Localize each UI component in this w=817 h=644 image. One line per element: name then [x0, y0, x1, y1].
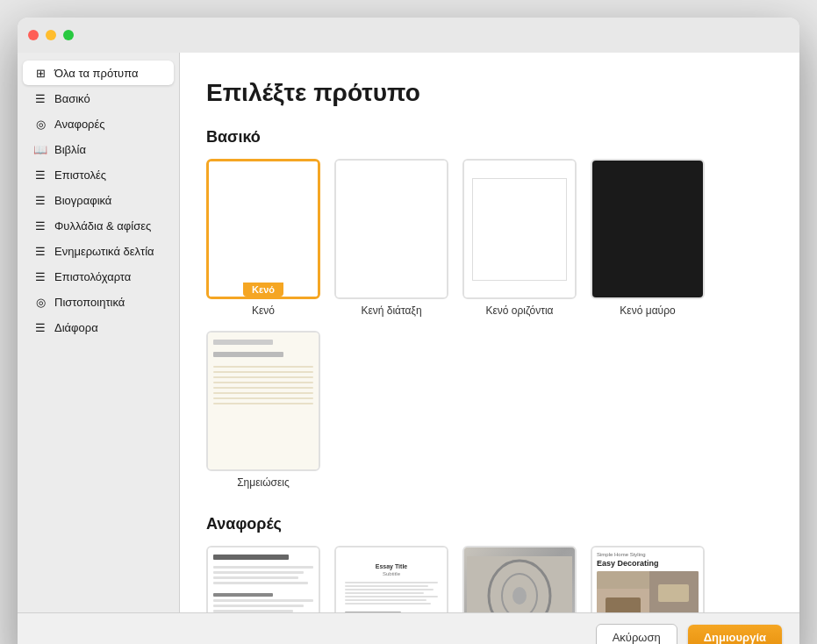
- sidebar-item-flyers[interactable]: ☰ Φυλλάδια & αφίσες: [23, 213, 174, 238]
- template-blank[interactable]: Κενό Κενό: [206, 159, 320, 317]
- sidebar-item-cv[interactable]: ☰ Βιογραφικά: [23, 188, 174, 212]
- sr-l8: [213, 610, 293, 612]
- template-modern-report[interactable]: Simple Home Styling Easy Decorating: [591, 546, 705, 612]
- create-button[interactable]: Δημιουργία: [688, 625, 782, 644]
- sidebar-item-newsletters-label: Ενημερωτικά δελτία: [54, 245, 154, 258]
- template-thumb-essay[interactable]: Essay Title Subtitle: [334, 546, 448, 612]
- sr-l4: [213, 582, 308, 584]
- simple-report-preview: [208, 547, 319, 612]
- sidebar-item-reports-label: Αναφορές: [54, 118, 105, 131]
- book-icon: 📖: [33, 142, 47, 156]
- title-bar: [18, 18, 799, 53]
- sidebar-item-letters-label: Επιστολές: [54, 168, 106, 182]
- notes-line-5: [213, 387, 313, 389]
- letter-icon: ☰: [33, 168, 47, 182]
- svg-point-3: [512, 587, 527, 605]
- app-window: ⊞ Όλα τα πρότυπα ☰ Βασικό ◎ Αναφορές 📖 Β…: [18, 18, 799, 644]
- basic-template-grid: Κενό Κενό Κενή διάταξη: [206, 159, 773, 489]
- sidebar-item-stationery[interactable]: ☰ Επιστολόχαρτα: [23, 264, 174, 289]
- sr-l3: [213, 576, 298, 579]
- minimize-button[interactable]: [46, 30, 56, 40]
- notes-line-7: [213, 397, 313, 399]
- notes-line-4: [213, 382, 313, 383]
- template-blank-label: Κενό: [252, 304, 275, 317]
- misc-icon: ☰: [33, 320, 47, 334]
- main-area: Επιλέξτε πρότυπο Βασικό Κενό Κενό: [180, 53, 799, 612]
- template-essay[interactable]: Essay Title Subtitle: [334, 546, 448, 612]
- template-thumb-blank-landscape[interactable]: [462, 159, 577, 299]
- template-notes-label: Σημειώσεις: [237, 476, 290, 489]
- template-thumb-minimal-report[interactable]: ORGANIC FORMSIN ARCHITECTURE: [462, 546, 577, 612]
- sidebar-item-letters[interactable]: ☰ Επιστολές: [23, 162, 174, 187]
- template-thumb-modern-report[interactable]: Simple Home Styling Easy Decorating: [591, 546, 705, 612]
- sidebar: ⊞ Όλα τα πρότυπα ☰ Βασικό ◎ Αναφορές 📖 Β…: [18, 53, 180, 612]
- sidebar-item-certificates[interactable]: ◎ Πιστοποιητικά: [23, 290, 174, 314]
- essay-title: Essay Title: [376, 563, 407, 569]
- notes-line-1: [213, 366, 313, 368]
- sr-l7: [213, 605, 304, 607]
- landscape-preview: [464, 161, 575, 297]
- flyers-icon: ☰: [33, 218, 47, 233]
- template-black[interactable]: Κενό μαύρο: [591, 159, 705, 317]
- cert-icon: ◎: [33, 295, 47, 309]
- newsletter-icon: ☰: [33, 244, 47, 258]
- sr-l5: [213, 593, 273, 597]
- deco-svg: [597, 571, 699, 612]
- sidebar-item-books-label: Βιβλία: [54, 143, 86, 156]
- notes-header-line: [213, 352, 283, 357]
- template-minimal-report[interactable]: ORGANIC FORMSIN ARCHITECTURE Μινιμαλιστι…: [462, 546, 577, 612]
- cancel-button[interactable]: Ακύρωση: [596, 624, 677, 644]
- template-black-label: Κενό μαύρο: [620, 304, 675, 317]
- sidebar-item-all[interactable]: ⊞ Όλα τα πρότυπα: [23, 61, 174, 85]
- template-blank-landscape-label: Κενό οριζόντια: [485, 304, 553, 317]
- template-notes[interactable]: Σημειώσεις: [206, 331, 320, 489]
- page-title: Επιλέξτε πρότυπο: [206, 79, 773, 107]
- sidebar-item-misc-label: Διάφορα: [54, 321, 98, 334]
- landscape-inner: [472, 178, 566, 281]
- notes-line-2: [213, 371, 313, 373]
- cv-icon: ☰: [33, 193, 47, 207]
- notes-line-3: [213, 376, 313, 378]
- template-thumb-simple-report[interactable]: [206, 546, 320, 612]
- template-thumb-blank[interactable]: Κενό: [206, 159, 320, 299]
- sr-l1: [213, 566, 313, 569]
- sidebar-item-all-label: Όλα τα πρότυπα: [54, 67, 139, 80]
- template-thumb-blank-layout[interactable]: [334, 159, 448, 299]
- sr-l6: [213, 599, 313, 602]
- svg-rect-7: [606, 597, 641, 612]
- list-icon: ☰: [33, 91, 47, 105]
- arch-svg: [467, 556, 572, 612]
- sidebar-item-stationery-label: Επιστολόχαρτα: [54, 270, 131, 283]
- bottom-bar: Ακύρωση Δημιουργία: [18, 612, 799, 644]
- svg-rect-8: [658, 584, 689, 602]
- notes-line-6: [213, 392, 313, 394]
- template-blank-layout-label: Κενή διάταξη: [361, 304, 421, 317]
- sidebar-item-newsletters[interactable]: ☰ Ενημερωτικά δελτία: [23, 239, 174, 263]
- main-content: ⊞ Όλα τα πρότυπα ☰ Βασικό ◎ Αναφορές 📖 Β…: [18, 53, 799, 612]
- modern-report-preview: Simple Home Styling Easy Decorating: [592, 547, 703, 612]
- circle-icon: ◎: [33, 117, 47, 131]
- blank-badge: Κενό: [243, 283, 283, 297]
- template-thumb-notes[interactable]: [206, 331, 320, 471]
- sidebar-item-misc[interactable]: ☰ Διάφορα: [23, 315, 174, 340]
- template-blank-layout[interactable]: Κενή διάταξη: [334, 159, 448, 317]
- template-thumb-black[interactable]: [591, 159, 705, 299]
- traffic-lights: [28, 30, 74, 40]
- reports-section-title: Αναφορές: [206, 515, 773, 533]
- notes-preview: [208, 333, 319, 469]
- basic-section: Βασικό Κενό Κενό: [206, 128, 773, 489]
- template-blank-landscape[interactable]: Κενό οριζόντια: [462, 159, 577, 317]
- sidebar-item-reports[interactable]: ◎ Αναφορές: [23, 111, 174, 136]
- notes-line-8: [213, 403, 313, 404]
- basic-section-title: Βασικό: [206, 128, 773, 147]
- essay-subtitle: Subtitle: [383, 571, 400, 576]
- template-simple-report[interactable]: Απλή έκθεση: [206, 546, 320, 612]
- sr-l2: [213, 571, 304, 574]
- sidebar-item-basic[interactable]: ☰ Βασικό: [23, 86, 174, 111]
- close-button[interactable]: [28, 30, 39, 40]
- maximize-button[interactable]: [63, 30, 74, 40]
- sidebar-item-books[interactable]: 📖 Βιβλία: [23, 137, 174, 161]
- sr-title: [213, 555, 289, 560]
- blank-layout-preview: [336, 161, 447, 297]
- sidebar-item-flyers-label: Φυλλάδια & αφίσες: [54, 219, 151, 233]
